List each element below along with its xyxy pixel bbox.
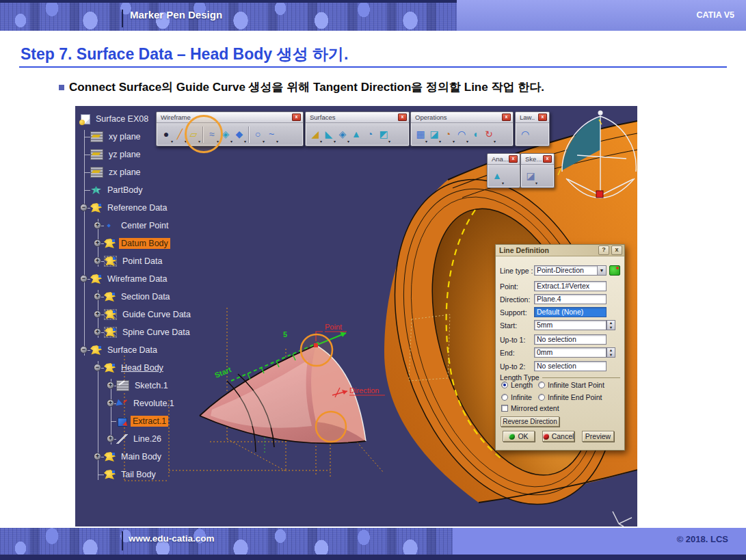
checkbox-icon[interactable] [501,405,508,412]
expand-badge[interactable]: + [94,310,101,318]
spinner-control[interactable]: ▲ ▼ [607,347,615,358]
tree-item-surface-data[interactable]: −Surface Data [77,341,263,359]
tree-item-label[interactable]: Main Body [119,451,163,462]
radio-icon[interactable] [501,394,508,401]
radio-length[interactable]: Length [501,380,533,389]
tree-item-zx-plane[interactable]: zx plane [77,163,263,181]
tree-item-label[interactable]: yz plane [107,149,143,160]
mirrored-extent-checkbox[interactable]: Mirrored extent [501,403,559,412]
toolbar-titlebar[interactable]: Operationsx [411,112,513,123]
spinner-control[interactable]: ▲ ▼ [607,320,615,330]
tree-item-label[interactable]: Surface EX08 [94,114,150,124]
tree-item-spine-curve-data[interactable]: +Spine Curve Data [77,323,263,341]
transform-icon[interactable]: ↻▾ [482,126,496,143]
dialog-titlebar[interactable]: Line Definition ? x [496,245,624,256]
spec-tree[interactable]: Surface EX08xy planeyz planezx planePart… [77,110,263,483]
upto1-field[interactable]: No selection [534,334,607,345]
expand-badge[interactable]: + [94,453,101,460]
tree-item-label[interactable]: Datum Body [119,238,170,249]
tree-item-guide-curve-data[interactable]: +Guide Curve Data [77,306,263,323]
tree-item-head-body[interactable]: −Head Body [77,359,263,377]
tree-item-label[interactable]: Extract.1 [131,416,168,427]
expand-badge[interactable]: + [107,435,114,442]
tree-item-main-body[interactable]: +Main Body [77,448,263,466]
radio-infinite[interactable]: Infinite [501,392,532,401]
expand-badge[interactable]: + [94,293,101,300]
toolbar-titlebar[interactable]: Ske...x [521,154,554,165]
tree-item-extract-1[interactable]: Extract.1 [77,412,263,430]
support-field[interactable]: Default (None) [534,307,607,317]
fill-icon[interactable]: ◩▾ [377,126,390,143]
toolbar-titlebar[interactable]: Ana...x [488,154,520,165]
help-button[interactable]: ? [598,245,609,255]
selection-circle-lower[interactable] [316,412,346,442]
tree-item-label[interactable]: Guide Curve Data [120,309,193,320]
start-field[interactable]: 5mm [534,320,607,330]
offset-icon[interactable]: ▲ [349,126,363,143]
sketcher-icon[interactable]: ◪▾ [524,168,537,185]
collapse-badge[interactable]: − [94,364,101,371]
catia-3d-viewport[interactable]: Start 5 Point Direction [75,106,637,526]
analysis-icon[interactable]: ▲▾ [490,168,504,185]
expand-badge[interactable]: + [107,399,114,407]
sphere-icon[interactable]: ◈▾ [336,126,349,143]
revolve-icon[interactable]: ◣▾ [322,126,336,143]
radio-infinite-end-point[interactable]: Infinite End Point [538,392,602,401]
extrude-icon[interactable]: ◢▾ [308,126,322,143]
tree-item-label[interactable]: xy plane [107,131,143,142]
chevron-down-icon[interactable]: ▼ [597,266,606,275]
tree-item-partbody[interactable]: PartBody [77,181,263,199]
tree-item-label[interactable]: Tail Body [119,469,158,480]
preview-button[interactable]: Preview [582,431,614,442]
boundary-icon[interactable]: ◖ [468,126,482,143]
line-definition-dialog[interactable]: Line Definition ? x Line type :Point-Dir… [495,244,625,451]
cancel-button[interactable]: Cancel [542,431,574,442]
tree-item-label[interactable]: Point Data [120,256,164,267]
end-field[interactable]: 0mm [534,347,607,358]
radio-icon[interactable] [538,382,545,388]
expand-badge[interactable]: + [94,239,101,247]
tree-item-label[interactable]: Center Point [119,220,170,231]
tree-item-label[interactable]: Head Body [119,362,165,373]
close-icon[interactable]: x [538,114,547,121]
split-icon[interactable]: ◪▾ [427,126,441,143]
tree-item-label[interactable]: Wireframe Data [105,274,170,284]
trim-icon[interactable]: ◔▾ [441,126,455,143]
tree-item-yz-plane[interactable]: yz plane [77,146,263,163]
expand-badge[interactable]: + [94,328,101,336]
close-icon[interactable]: x [543,155,552,163]
website-link[interactable]: www.edu-catia.com [129,533,215,544]
selection-circle-vertex[interactable] [301,334,332,366]
upto2-field[interactable]: No selection [534,361,607,371]
radio-infinite-start-point[interactable]: Infinite Start Point [538,380,604,389]
toolbar-sketcher[interactable]: Ske...x◪▾ [520,153,555,188]
tree-item-center-point[interactable]: +Center Point [77,217,263,235]
tree-item-datum-body[interactable]: +Datum Body [77,235,263,252]
tree-item-sketch-1[interactable]: +Sketch.1 [77,377,263,395]
radio-icon[interactable] [501,382,508,388]
collapse-badge[interactable]: − [80,275,88,282]
reverse-direction-button[interactable]: Reverse Direction [501,416,559,427]
point-icon[interactable]: ●▾ [159,126,173,143]
tree-item-label[interactable]: Spine Curve Data [120,327,192,338]
parallel-curve-icon[interactable]: ◆▾ [232,126,246,143]
expand-badge[interactable]: + [107,382,114,389]
line-type-combo[interactable]: Point-Direction▼ [534,265,607,276]
tree-item-label[interactable]: Reference Data [105,202,170,213]
expand-badge[interactable]: + [94,257,101,265]
close-icon[interactable]: x [292,114,301,121]
collapse-badge[interactable]: − [80,346,88,354]
tree-item-line-26[interactable]: +Line.26 [77,430,263,448]
close-icon[interactable]: x [611,245,622,255]
tree-item-wireframe-data[interactable]: −Wireframe Data [77,270,263,288]
close-icon[interactable]: x [509,155,518,163]
toolbar-analysis[interactable]: Ana...x▲▾ [487,153,520,188]
tree-item-reference-data[interactable]: −Reference Data [77,199,263,217]
tree-item-label[interactable]: Section Data [119,291,172,302]
spline-icon[interactable]: ~▾ [265,126,278,143]
sweep-icon[interactable]: ◔ [363,126,377,143]
tree-item-label[interactable]: Revolute.1 [131,398,176,409]
close-icon[interactable]: x [398,114,407,121]
fillet-icon[interactable]: ◠▾ [455,126,468,143]
tree-item-tail-body[interactable]: Tail Body [77,466,263,483]
